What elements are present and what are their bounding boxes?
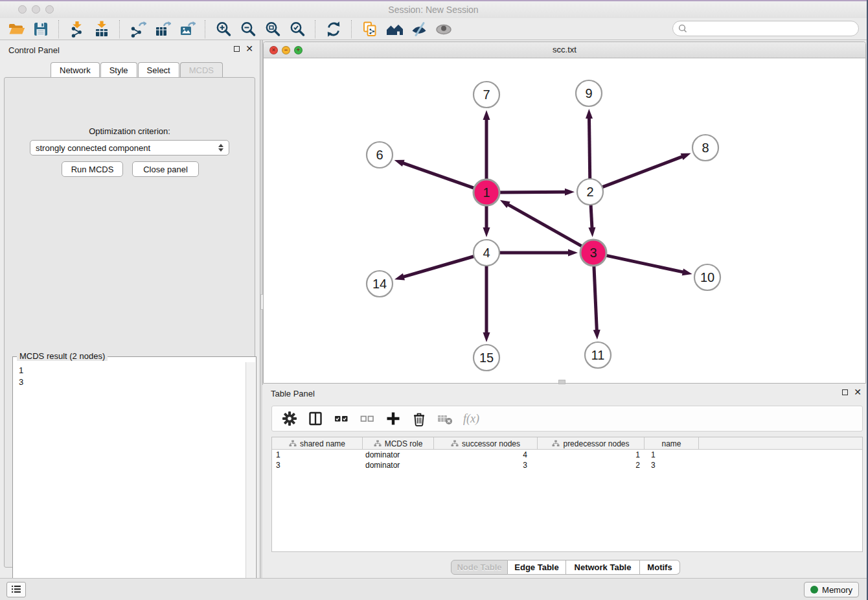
column-header-successor-nodes[interactable]: successor nodes [434,437,538,450]
tab-network-table[interactable]: Network Table [566,560,640,575]
search-box[interactable] [672,21,859,36]
home-button[interactable] [382,19,407,39]
edge-arrow-4-15 [483,332,490,342]
float-panel-icon[interactable] [234,46,240,52]
import-table-button[interactable] [89,19,114,39]
optimization-label: Optimization criterion: [5,126,255,136]
export-table-button[interactable] [150,19,175,39]
network-canvas[interactable]: 7968124314101511 [264,58,865,383]
mcds-result-list: 13 [14,362,246,600]
edge-arrow-4-14 [394,273,405,281]
tab-mcds[interactable]: MCDS [180,62,223,77]
table-row[interactable]: 1dominator411 [272,450,862,460]
open-session-button[interactable] [4,19,29,39]
task-history-button[interactable] [6,582,26,597]
column-header-MCDS-role[interactable]: MCDS role [363,437,434,450]
tab-style[interactable]: Style [100,62,137,77]
table-cell[interactable]: 1 [538,450,645,459]
edge-3-11[interactable] [594,264,597,332]
table-cell[interactable]: 1 [272,450,363,459]
zoom-selected-button[interactable] [285,19,310,39]
edge-2-9[interactable] [589,117,589,181]
close-panel-button[interactable]: Close panel [132,161,199,177]
table-cell[interactable]: dominator [363,450,434,459]
clear-all-checks-button[interactable] [356,408,378,429]
function-builder-button: f(x) [460,408,482,429]
memory-status-icon [810,586,818,594]
hide-graphics-details-button[interactable] [407,19,431,39]
tab-network[interactable]: Network [51,62,100,77]
table-settings-button[interactable] [279,408,301,429]
table-close-panel-icon[interactable]: ✕ [854,389,862,396]
optimization-select[interactable]: strongly connected component [30,140,229,156]
edge-1-2[interactable] [497,192,567,192]
import-network-button[interactable] [65,19,89,39]
control-panel: Control Panel ✕ NetworkStyleSelectMCDS O… [0,40,260,578]
node-label-2: 2 [586,185,593,199]
memory-button[interactable]: Memory [804,582,859,597]
result-scrollbar[interactable] [246,362,255,600]
column-header-shared-name[interactable]: shared name [272,437,363,450]
create-column-button[interactable] [382,408,404,429]
folder-open-icon [8,21,25,38]
horizontal-splitter-handle[interactable] [558,380,565,384]
control-panel-header: Control Panel ✕ [0,44,260,58]
column-header-predecessor-nodes[interactable]: predecessor nodes [538,437,645,450]
zoom-fit-button[interactable] [260,19,285,39]
table-cell[interactable]: dominator [363,461,434,470]
select-all-checks-button[interactable] [330,408,352,429]
show-graphics-details-button[interactable] [431,19,456,39]
duplicate-network-button[interactable] [358,19,382,39]
network-view-titlebar[interactable]: × − + scc.txt [264,42,865,58]
tree-icon [451,440,459,447]
select-spinner-icon [218,144,223,152]
edge-1-6[interactable] [402,163,476,189]
tab-edge-table[interactable]: Edge Table [508,560,566,575]
table-cell[interactable]: 3 [434,461,538,470]
edge-2-8[interactable] [600,156,683,188]
table-toolbar: f(x) [271,406,863,432]
zoom-in-icon [215,21,232,38]
table-cell[interactable]: 3 [645,461,699,470]
table-cell[interactable]: 1 [645,450,699,459]
toolbar-separator [205,20,206,38]
tab-motifs[interactable]: Motifs [640,560,680,575]
node-label-7: 7 [483,87,490,102]
refresh-view-button[interactable] [321,19,346,39]
edge-arrow-3-11 [593,330,600,340]
edge-2-3[interactable] [591,203,592,229]
network-view-title: scc.txt [264,45,865,54]
zoom-out-button[interactable] [236,19,260,39]
export-image-button[interactable] [175,19,200,39]
node-label-10: 10 [700,270,714,284]
tab-select[interactable]: Select [138,62,179,77]
tab-node-table[interactable]: Node Table [451,560,508,575]
toolbar-separator [351,20,352,38]
column-header-name[interactable]: name [645,437,699,450]
close-panel-icon[interactable]: ✕ [246,45,253,52]
zoom-in-button[interactable] [211,19,236,39]
columns-icon [307,410,324,427]
node-label-4: 4 [483,246,490,260]
toolbar-separator [58,20,60,38]
import-network-icon [69,21,86,38]
search-input[interactable] [690,23,858,34]
table-cell[interactable]: 4 [434,450,538,459]
export-network-button[interactable] [126,19,150,39]
refresh-icon [325,21,342,38]
edge-4-14[interactable] [402,256,476,277]
edge-3-10[interactable] [604,255,685,273]
table-float-panel-icon[interactable] [842,389,848,395]
table-row[interactable]: 3dominator323 [272,460,862,470]
edge-3-1[interactable] [507,204,584,248]
table-cell[interactable]: 2 [538,461,645,470]
run-mcds-button[interactable]: Run MCDS [62,161,123,177]
delete-column-button[interactable] [408,408,430,429]
save-session-button[interactable] [29,19,53,39]
memory-label: Memory [822,585,852,595]
edge-arrow-1-4 [483,227,490,237]
table-cell[interactable]: 3 [272,461,363,470]
column-layout-button[interactable] [304,408,326,429]
zoom-fit-icon [264,21,281,38]
network-view-window: × − + scc.txt 7968124314101511 [263,41,866,384]
